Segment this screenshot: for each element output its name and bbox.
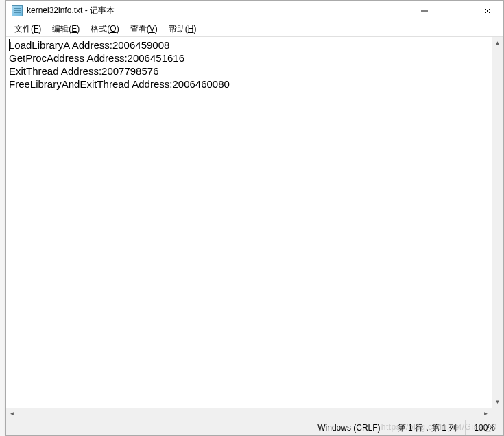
background-fragment [0,0,5,436]
scroll-up-icon[interactable]: ▲ [492,37,503,49]
menu-view[interactable]: 查看(V) [125,22,163,36]
text-line: ExitThread Address:2007798576 [9,65,159,77]
maximize-button[interactable] [440,1,472,21]
scroll-left-icon[interactable]: ◄ [6,408,18,420]
window-controls [409,1,503,21]
statusbar: Windows (CRLF) 第 1 行，第 1 列 100% [6,420,503,435]
close-button[interactable] [472,1,503,21]
content-area: LoadLibraryA Address:2006459008 GetProcA… [6,36,503,420]
menu-help[interactable]: 帮助(H) [163,22,202,36]
status-encoding: Windows (CRLF) [309,420,388,435]
window-title: kernel32info.txt - 记事本 [27,5,409,16]
notepad-window: kernel32info.txt - 记事本 文件(F) 编辑(E) 格式(O)… [5,0,504,436]
svg-rect-1 [453,8,459,14]
status-zoom: 100% [465,420,503,435]
horizontal-scrollbar[interactable]: ◄ ► [6,408,492,420]
scroll-right-icon[interactable]: ► [480,408,492,420]
text-editor[interactable]: LoadLibraryA Address:2006459008 GetProcA… [6,37,492,408]
text-line: FreeLibraryAndExitThread Address:2006460… [9,78,230,90]
text-line: LoadLibraryA Address:2006459008 [9,39,169,51]
text-line: GetProcAddress Address:2006451616 [9,52,184,64]
menubar: 文件(F) 编辑(E) 格式(O) 查看(V) 帮助(H) [6,21,503,36]
menu-format[interactable]: 格式(O) [85,22,124,36]
minimize-button[interactable] [409,1,440,21]
vertical-scrollbar[interactable]: ▲ ▼ [492,37,503,408]
titlebar[interactable]: kernel32info.txt - 记事本 [6,1,503,21]
menu-file[interactable]: 文件(F) [9,22,47,36]
scroll-down-icon[interactable]: ▼ [492,396,503,408]
status-position: 第 1 行，第 1 列 [389,420,466,435]
notepad-icon [12,5,23,16]
menu-edit[interactable]: 编辑(E) [47,22,85,36]
scroll-corner [492,408,503,420]
